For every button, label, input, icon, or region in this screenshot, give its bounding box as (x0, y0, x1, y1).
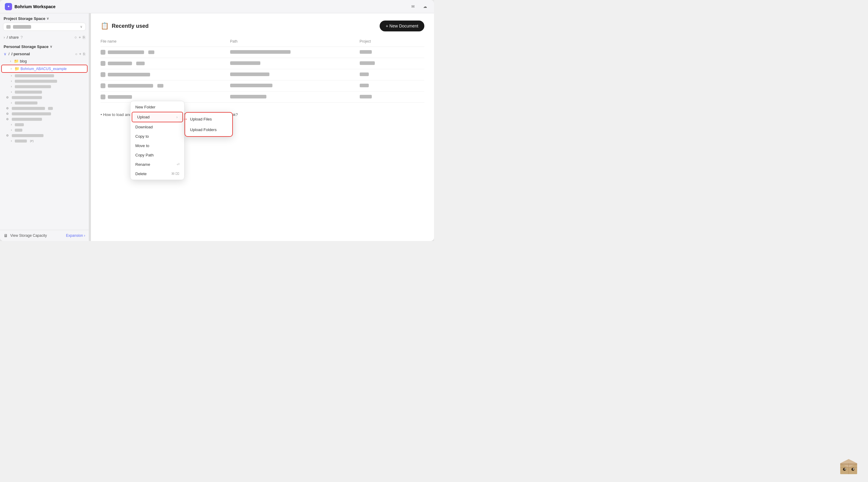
context-download[interactable]: Download (130, 122, 184, 132)
copy-path-label: Copy Path (135, 153, 154, 157)
sidebar: Project Storage Space ∨ ∨ › / share ? (0, 13, 89, 241)
new-folder-label: New Folder (135, 105, 155, 109)
files-table: File name Path Project (100, 37, 424, 103)
recently-doc-icon: 📋 (100, 22, 109, 30)
personal-storage-label: Personal Storage Space (4, 44, 49, 49)
sub-context-menu: Upload Files Upload Folders (185, 112, 233, 137)
context-delete[interactable]: Delete ⌘⌫ (130, 169, 184, 179)
personal-path-actions: ○ + ⎘ (75, 52, 85, 56)
personal-refresh-icon[interactable]: ○ (75, 52, 77, 56)
project-space-selector[interactable]: ∨ (3, 23, 86, 31)
context-new-folder[interactable]: New Folder (130, 102, 184, 112)
sidebar-scroll[interactable]: Project Storage Space ∨ ∨ › / share ? (0, 13, 89, 230)
project-space-name (6, 25, 31, 29)
tree-item-blurred-9[interactable]: ⚙ (1, 117, 88, 122)
context-move-to[interactable]: Move to (130, 141, 184, 151)
email-icon[interactable]: ✉ (409, 2, 417, 11)
delete-label: Delete (135, 171, 147, 176)
tree-item-blurred-7[interactable]: ⚙ (1, 106, 88, 111)
move-to-label: Move to (135, 143, 149, 148)
rename-label: Rename (135, 162, 150, 167)
table-row[interactable] (100, 58, 424, 69)
blog-expand-icon: › (8, 59, 13, 63)
personal-path-slash: / (8, 52, 10, 56)
personal-storage-header[interactable]: Personal Storage Space ∨ (0, 41, 89, 50)
table-row[interactable] (100, 80, 424, 92)
abacus-folder-icon: 📁 (14, 66, 19, 71)
recently-title: 📋 Recently used (100, 22, 149, 30)
project-storage-label: Project Storage Space (4, 16, 45, 21)
new-document-button[interactable]: + New Document (380, 21, 424, 31)
upload-files-label: Upload Files (190, 117, 212, 121)
blog-folder-icon: 📁 (14, 59, 19, 63)
project-storage-header[interactable]: Project Storage Space ∨ (0, 13, 89, 23)
table-body (100, 47, 424, 103)
app-title: Bohrium Workspace (14, 4, 56, 9)
tree-item-blurred-10[interactable]: › (1, 122, 88, 127)
sub-upload-files[interactable]: Upload Files (185, 114, 232, 124)
table-row[interactable] (100, 47, 424, 58)
context-copy-path[interactable]: Copy Path (130, 151, 184, 160)
context-copy-to[interactable]: Copy to (130, 132, 184, 141)
col-filename: File name (100, 37, 230, 47)
tree-item-blurred-4[interactable]: › (1, 89, 88, 95)
project-avatar (6, 25, 10, 29)
main-panel: 📋 Recently used + New Document File name… (91, 13, 434, 241)
tree-item-blurred-2[interactable]: › (1, 78, 88, 84)
expansion-link[interactable]: Expansion › (66, 233, 85, 238)
personal-add-icon[interactable]: + (79, 52, 81, 56)
upload-arrow: › (176, 115, 178, 119)
context-rename[interactable]: Rename ⏎ (130, 160, 184, 169)
personal-path-label: / personal (11, 52, 30, 56)
tree-item-blurred-8[interactable]: ⚙ (1, 111, 88, 116)
personal-expand-icon[interactable]: ∨ (4, 52, 7, 56)
rename-shortcut: ⏎ (177, 162, 179, 166)
personal-path-row: ∨ / / personal ○ + ⎘ (0, 50, 89, 58)
personal-copy-icon[interactable]: ⎘ (83, 52, 85, 56)
upload-label: Upload (137, 115, 150, 119)
share-path-row: › / share ? ○ + ⎘ (0, 33, 89, 41)
tree-item-blurred-3[interactable]: › (1, 84, 88, 89)
share-path-label: / share (7, 35, 19, 39)
tree-item-blog[interactable]: › 📁 blog (1, 58, 88, 65)
tree-item-blurred-6[interactable]: › (1, 100, 88, 105)
tree-item-blurred-1[interactable]: › (1, 73, 88, 78)
share-expand-icon[interactable]: › (4, 35, 5, 39)
share-actions: ○ + ⎘ (74, 35, 85, 39)
main-content: Project Storage Space ∨ ∨ › / share ? (0, 13, 434, 241)
tree-item-blurred-5[interactable]: ⚙ (1, 95, 88, 100)
share-copy-icon[interactable]: ⎘ (83, 35, 85, 39)
share-refresh-icon[interactable]: ○ (74, 35, 77, 39)
view-storage-label[interactable]: View Storage Capacity (10, 233, 47, 238)
download-label: Download (135, 125, 153, 129)
app-window: ✦ Bohrium Workspace ✉ ☁ Project Storage … (0, 0, 434, 241)
blog-label: blog (20, 59, 85, 63)
delete-shortcut: ⌘⌫ (171, 172, 179, 176)
tree-item-blurred-13[interactable]: › (P) (1, 138, 88, 143)
table-header: File name Path Project (100, 37, 424, 47)
tree-item-blurred-12[interactable]: ⚙ (1, 133, 88, 138)
title-bar-actions: ✉ ☁ (409, 2, 429, 11)
share-add-icon[interactable]: + (79, 35, 81, 39)
share-help-icon[interactable]: ? (21, 35, 23, 39)
col-path: Path (230, 37, 360, 47)
context-menu: New Folder Upload › Download Copy to Mov… (130, 101, 185, 180)
project-storage-chevron: ∨ (46, 17, 49, 21)
project-selector-chevron: ∨ (80, 25, 83, 29)
recently-header: 📋 Recently used + New Document (100, 21, 424, 31)
storage-icon: 🖥 (4, 233, 8, 238)
logo-icon: ✦ (5, 3, 12, 10)
context-upload[interactable]: Upload › (132, 112, 183, 122)
recently-label: Recently used (112, 23, 149, 29)
tree-item-blurred-11[interactable]: › (1, 127, 88, 133)
tree-item-bohrium-abacus[interactable]: › 📁 Bohrium_ABACUS_example (1, 65, 88, 73)
cloud-icon[interactable]: ☁ (421, 2, 429, 11)
project-name-blur (13, 25, 31, 29)
title-bar: ✦ Bohrium Workspace ✉ ☁ (0, 0, 434, 13)
menu-connector-arrow: → (182, 116, 188, 122)
personal-storage-chevron: ∨ (50, 45, 52, 49)
table-row[interactable] (100, 69, 424, 80)
upload-folders-label: Upload Folders (190, 127, 217, 132)
sub-upload-folders[interactable]: Upload Folders (185, 124, 232, 135)
abacus-expand-icon: › (9, 67, 13, 71)
